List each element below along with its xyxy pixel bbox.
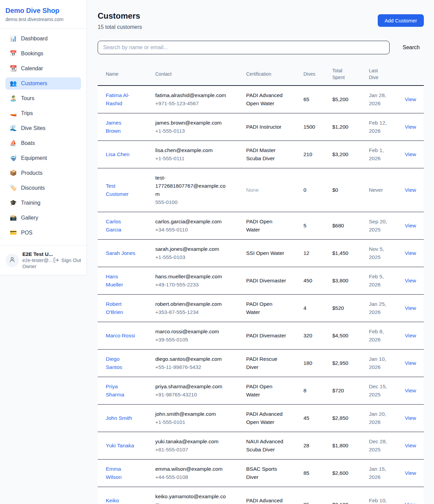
total-spent-cell: $3,200 — [327, 141, 363, 168]
customer-name-link[interactable]: Sarah Jones — [106, 249, 135, 257]
certification-cell: PADI Master Scuba Diver — [241, 141, 298, 168]
action-cell: View — [399, 295, 424, 322]
customer-name-link[interactable]: James Brown — [106, 119, 137, 135]
products-package-icon: 📦 — [9, 170, 17, 176]
equipment-mask-icon: 🤿 — [9, 155, 17, 162]
view-customer-link[interactable]: View — [405, 388, 416, 393]
customer-phone: +353-87-555-1234 — [155, 308, 235, 316]
last-dive-cell: Feb 1, 2026 — [363, 141, 399, 168]
view-customer-link[interactable]: View — [405, 278, 416, 283]
sidebar-item-training[interactable]: 🎓Training — [5, 197, 81, 209]
total-spent-cell: $2,950 — [327, 350, 363, 377]
view-customer-link[interactable]: View — [405, 333, 416, 338]
sidebar-item-customers[interactable]: 👥Customers — [5, 77, 81, 90]
certification-cell: SSI Open Water — [241, 240, 298, 267]
customer-certification: PADI Open Water — [246, 382, 286, 399]
view-customer-link[interactable]: View — [405, 151, 416, 157]
sidebar-item-label: Products — [21, 170, 42, 176]
gallery-camera-icon: 📸 — [9, 214, 17, 221]
customer-name-link[interactable]: Carlos Garcia — [106, 218, 137, 234]
sidebar-item-dive-sites[interactable]: 🌊Dive Sites — [5, 122, 81, 134]
user-name: E2E Test U... — [22, 251, 50, 257]
name-cell: Priya Sharma — [98, 377, 150, 405]
table-row: Lisa Chenlisa.chen@example.com+1-555-011… — [98, 141, 424, 168]
last-dive-cell: Never — [363, 168, 399, 212]
total-spent-cell: $1,450 — [327, 240, 363, 267]
dives-cell: 28 — [298, 432, 327, 460]
page-title: Customers — [98, 11, 142, 21]
brand-block: Demo Dive Shop demo.test.divestreams.com — [0, 0, 86, 29]
view-customer-link[interactable]: View — [405, 223, 416, 228]
total-spent-cell: $0 — [327, 168, 363, 212]
sidebar-item-calendar[interactable]: 📆Calendar — [5, 62, 81, 75]
table-row: Emma Wilsonemma.wilson@example.com+44-55… — [98, 460, 424, 487]
customer-name-link[interactable]: Diego Santos — [106, 355, 137, 371]
contact-cell: carlos.garcia@example.com+34-555-0110 — [150, 212, 241, 240]
add-customer-button[interactable]: Add Customer — [378, 14, 424, 27]
shop-domain: demo.test.divestreams.com — [5, 16, 81, 23]
table-row: Sarah Jonessarah.jones@example.com+1-555… — [98, 240, 424, 267]
view-customer-link[interactable]: View — [405, 360, 416, 366]
certification-cell: PADI Open Water — [241, 295, 298, 322]
sidebar-item-trips[interactable]: 🚤Trips — [5, 107, 81, 119]
view-customer-link[interactable]: View — [405, 250, 416, 256]
dives-cell: 210 — [298, 141, 327, 168]
sidebar-item-discounts[interactable]: 🏷️Discounts — [5, 182, 81, 194]
contact-cell: priya.sharma@example.com+91-98765-43210 — [150, 377, 241, 405]
customer-name-link[interactable]: Keiko Yamamoto — [106, 497, 137, 504]
view-customer-link[interactable]: View — [405, 187, 416, 193]
customers-table-card: NameContactCertificationDivesTotal Spent… — [98, 63, 424, 504]
customer-name-link[interactable]: Test Customer — [106, 182, 137, 198]
sidebar-item-gallery[interactable]: 📸Gallery — [5, 212, 81, 224]
search-input[interactable] — [98, 41, 390, 54]
last-dive-cell: Feb 12, 2026 — [363, 113, 399, 141]
last-dive-cell: Feb 8, 2026 — [363, 322, 399, 350]
customer-name-link[interactable]: Yuki Tanaka — [106, 442, 134, 450]
customer-name-link[interactable]: Priya Sharma — [106, 382, 137, 399]
action-cell: View — [399, 322, 424, 350]
customer-email: lisa.chen@example.com — [155, 146, 227, 154]
customer-certification: PADI Divemaster — [246, 332, 286, 340]
certification-cell: BSAC Sports Diver — [241, 460, 298, 487]
customer-name-link[interactable]: Emma Wilson — [106, 465, 137, 481]
last-dive-cell: Jan 25, 2026 — [363, 295, 399, 322]
customer-name-link[interactable]: Hans Mueller — [106, 273, 137, 289]
user-role: Owner — [22, 263, 50, 269]
main-content: Customers 15 total customers Add Custome… — [87, 0, 434, 504]
column-header-label: Certification — [246, 71, 271, 77]
sidebar-item-bookings[interactable]: 📅Bookings — [5, 48, 81, 60]
view-customer-link[interactable]: View — [405, 124, 416, 130]
last-dive-cell: Jan 20, 2026 — [363, 405, 399, 432]
search-button[interactable]: Search — [398, 42, 424, 53]
view-customer-link[interactable]: View — [405, 96, 416, 102]
customer-name-link[interactable]: Lisa Chen — [106, 150, 130, 158]
certification-cell: PADI Instructor — [241, 113, 298, 141]
customer-phone: +1-555-0111 — [155, 154, 235, 163]
view-customer-link[interactable]: View — [405, 415, 416, 421]
customer-certification: PADI Rescue Diver — [246, 355, 286, 371]
view-customer-link[interactable]: View — [405, 443, 416, 448]
sidebar-item-equipment[interactable]: 🤿Equipment — [5, 152, 81, 164]
contact-cell: diego.santos@example.com+55-11-99876-543… — [150, 350, 241, 377]
sidebar-item-pos[interactable]: 💳POS — [5, 227, 81, 239]
sidebar-item-boats[interactable]: ⛵Boats — [5, 137, 81, 149]
total-spent-cell: $520 — [327, 295, 363, 322]
view-customer-link[interactable]: View — [405, 470, 416, 476]
view-customer-link[interactable]: View — [405, 305, 416, 311]
sidebar-item-dashboard[interactable]: 📊Dashboard — [5, 33, 81, 45]
customer-name-link[interactable]: John Smith — [106, 414, 132, 422]
total-spent-cell: $4,500 — [327, 322, 363, 350]
certification-cell: None — [241, 168, 298, 212]
customer-count: 15 total customers — [98, 23, 142, 31]
sign-out-button[interactable]: Sign Out — [53, 257, 81, 263]
table-row: James Brownjames.brown@example.com+1-555… — [98, 113, 424, 141]
customer-name-link[interactable]: Fatima Al-Rashid — [106, 91, 137, 108]
dives-cell: 45 — [298, 405, 327, 432]
view-customer-link[interactable]: View — [405, 502, 416, 504]
customer-name-link[interactable]: Marco Rossi — [106, 332, 135, 340]
customer-email: emma.wilson@example.com — [155, 465, 227, 473]
customer-name-link[interactable]: Robert O'Brien — [106, 300, 137, 316]
name-cell: Test Customer — [98, 168, 150, 212]
sidebar-item-products[interactable]: 📦Products — [5, 167, 81, 179]
sidebar-item-tours[interactable]: 🏝️Tours — [5, 92, 81, 105]
